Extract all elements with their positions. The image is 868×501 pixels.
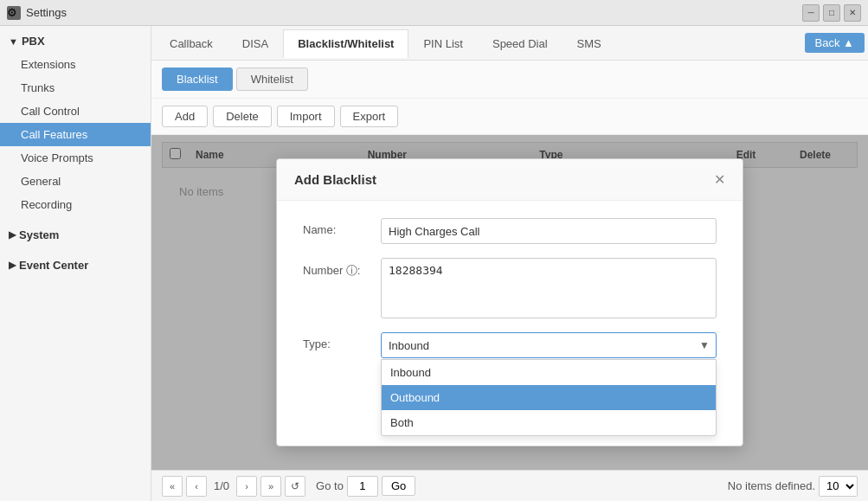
sidebar-group-system-header[interactable]: ▶ System	[0, 223, 151, 247]
number-label: Number ⓘ:	[303, 258, 381, 279]
number-row: Number ⓘ: 18288394	[303, 258, 717, 318]
number-input[interactable]: 18288394	[381, 258, 717, 318]
tab-blacklist-whitelist[interactable]: Blacklist/Whitelist	[283, 29, 408, 58]
system-group-label: System	[19, 228, 59, 241]
modal-body: Name: Number ⓘ: 18288394 Type:	[277, 201, 743, 393]
goto-label: Go to	[316, 479, 344, 492]
import-button[interactable]: Import	[277, 106, 335, 127]
sidebar-item-recording[interactable]: Recording	[0, 193, 151, 216]
sub-tab-whitelist[interactable]: Whitelist	[236, 67, 308, 91]
type-option-outbound[interactable]: Outbound	[382, 385, 716, 410]
pagination-bar: « ‹ 1/0 › » ↺ Go to Go No items defined.…	[151, 470, 868, 501]
content-area: Callback DISA Blacklist/Whitelist PIN Li…	[151, 26, 868, 501]
type-dropdown-wrapper: Inbound ▼ Inbound Outbound	[381, 332, 717, 358]
sub-tab-bar: Blacklist Whitelist	[151, 61, 868, 99]
minimize-button[interactable]: ─	[802, 4, 820, 22]
name-row: Name:	[303, 218, 717, 244]
tab-bar: Callback DISA Blacklist/Whitelist PIN Li…	[151, 26, 868, 61]
export-button[interactable]: Export	[340, 106, 399, 127]
goto-go-button[interactable]: Go	[382, 476, 415, 496]
back-button[interactable]: Back ▲	[805, 33, 865, 53]
toolbar: Add Delete Import Export	[151, 99, 868, 135]
modal-close-button[interactable]: ✕	[714, 171, 725, 188]
sidebar-group-pbx: ▼ PBX Extensions Trunks Call Control Cal…	[0, 26, 151, 220]
sidebar-group-event-center: ▶ Event Center	[0, 250, 151, 280]
tab-pin-list[interactable]: PIN List	[408, 29, 478, 58]
sidebar-item-extensions[interactable]: Extensions	[0, 53, 151, 76]
type-dropdown-value: Inbound	[389, 339, 429, 352]
system-arrow-icon: ▶	[9, 229, 16, 241]
page-info: 1/0	[210, 479, 233, 492]
type-dropdown-menu: Inbound Outbound Both	[381, 359, 717, 436]
modal-overlay: Add Blacklist ✕ Name: Number ⓘ: 18288394	[151, 135, 868, 470]
sidebar-item-call-features[interactable]: Call Features	[0, 123, 151, 146]
type-option-inbound[interactable]: Inbound	[382, 360, 716, 385]
tab-sms[interactable]: SMS	[563, 29, 616, 58]
sidebar-item-call-control[interactable]: Call Control	[0, 100, 151, 123]
type-dropdown[interactable]: Inbound	[381, 332, 717, 358]
name-input[interactable]	[381, 218, 717, 244]
items-per-page-select[interactable]: 10 25 50	[819, 476, 858, 497]
event-center-arrow-icon: ▶	[9, 260, 16, 271]
tab-speed-dial[interactable]: Speed Dial	[478, 29, 563, 58]
sidebar-item-trunks[interactable]: Trunks	[0, 76, 151, 100]
window-controls: ─ □ ✕	[802, 4, 861, 22]
event-center-group-label: Event Center	[19, 259, 88, 272]
next-page-button[interactable]: ›	[236, 476, 257, 497]
first-page-button[interactable]: «	[162, 476, 183, 497]
add-button[interactable]: Add	[162, 106, 208, 127]
pbx-group-label: PBX	[22, 35, 45, 48]
name-label: Name:	[303, 218, 381, 236]
type-option-both[interactable]: Both	[382, 410, 716, 435]
items-status: No items defined.	[419, 479, 815, 492]
prev-page-button[interactable]: ‹	[186, 476, 207, 497]
pbx-arrow-icon: ▼	[9, 36, 18, 47]
add-blacklist-modal: Add Blacklist ✕ Name: Number ⓘ: 18288394	[276, 158, 743, 446]
title-bar: ⚙ Settings ─ □ ✕	[0, 0, 868, 26]
tab-callback[interactable]: Callback	[155, 29, 228, 58]
type-label: Type:	[303, 332, 381, 350]
refresh-button[interactable]: ↺	[285, 476, 305, 497]
sidebar-item-general[interactable]: General	[0, 170, 151, 193]
sidebar-group-event-center-header[interactable]: ▶ Event Center	[0, 254, 151, 277]
last-page-button[interactable]: »	[260, 476, 281, 497]
table-area: Name Number Type Edit Delete No items Ad…	[151, 135, 868, 470]
app-icon: ⚙	[7, 6, 21, 20]
modal-header: Add Blacklist ✕	[277, 159, 743, 201]
delete-button[interactable]: Delete	[213, 106, 272, 127]
sidebar-group-system: ▶ System	[0, 220, 151, 250]
restore-button[interactable]: □	[823, 4, 840, 22]
sidebar-group-pbx-header[interactable]: ▼ PBX	[0, 29, 151, 53]
tab-disa[interactable]: DISA	[228, 29, 283, 58]
sidebar-item-voice-prompts[interactable]: Voice Prompts	[0, 146, 151, 170]
goto-input[interactable]	[347, 476, 378, 497]
modal-title: Add Blacklist	[294, 172, 376, 187]
title-bar-title: Settings	[26, 6, 802, 19]
sub-tab-blacklist[interactable]: Blacklist	[162, 67, 233, 91]
type-row: Type: Inbound ▼ Inbound	[303, 332, 717, 358]
sidebar: ▼ PBX Extensions Trunks Call Control Cal…	[0, 26, 151, 501]
close-button[interactable]: ✕	[844, 4, 861, 22]
